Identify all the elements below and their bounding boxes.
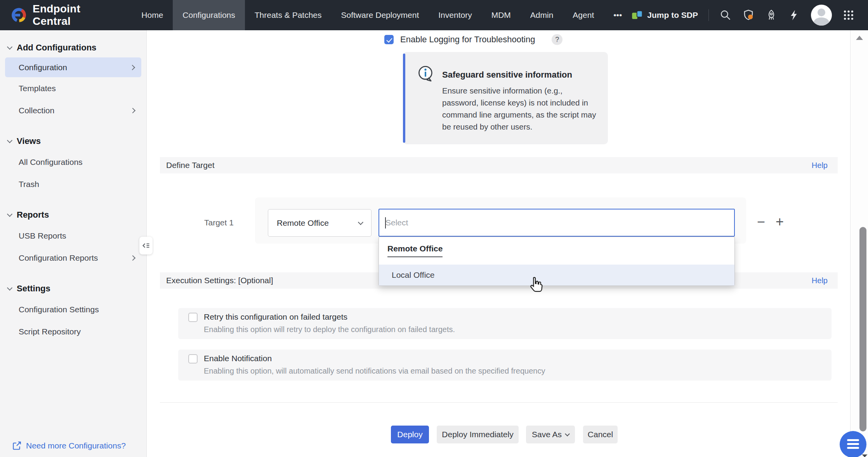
jump-to-sdp-link[interactable]: Jump to SDP [632, 9, 698, 21]
target-select-input[interactable] [379, 209, 734, 236]
nav-divider [708, 9, 709, 21]
sidebar-item-label: Configuration [19, 63, 67, 72]
sidebar-item-label: USB Reports [19, 231, 66, 241]
sidebar-header-label: Reports [17, 210, 49, 220]
chevron-down-icon [358, 219, 363, 225]
enable-logging-checkbox[interactable] [384, 35, 394, 44]
save-as-label: Save As [532, 430, 562, 439]
sidebar-item-configuration[interactable]: Configuration [5, 57, 141, 77]
getting-started-rocket-icon[interactable] [765, 9, 778, 21]
sidebar-item-collection[interactable]: Collection [0, 99, 146, 121]
chevron-down-icon [7, 285, 12, 291]
chevron-down-icon [7, 138, 12, 143]
target-type-dropdown[interactable]: Remote Office [268, 209, 372, 237]
retry-checkbox[interactable] [188, 313, 198, 322]
chevron-right-icon [130, 107, 135, 113]
logging-help-icon[interactable]: ? [552, 34, 562, 45]
security-shield-icon[interactable] [742, 9, 755, 21]
sidebar-item-all-configurations[interactable]: All Configurations [0, 151, 146, 173]
sidebar-section-settings: Settings Configuration Settings Script R… [0, 279, 146, 343]
scroll-up-arrow[interactable] [856, 36, 863, 40]
nav-item-home[interactable]: Home [132, 0, 173, 30]
sidebar-item-label: Configuration Settings [19, 305, 99, 314]
nav-item-admin[interactable]: Admin [521, 0, 563, 30]
notification-option-description: Enabling this option, will automatically… [204, 367, 545, 376]
enable-logging-label: Enable Logging for Troubleshooting [400, 35, 535, 45]
text-caret [385, 217, 386, 228]
target-type-value: Remote Office [277, 218, 329, 228]
sidebar-item-configuration-settings[interactable]: Configuration Settings [0, 298, 146, 320]
nav-menu: Home Configurations Threats & Patches So… [132, 0, 632, 30]
retry-option-title: Retry this configuration on failed targe… [204, 312, 347, 322]
cancel-button[interactable]: Cancel [583, 426, 618, 443]
sdp-icon [632, 9, 643, 21]
scrollbar-thumb[interactable] [859, 227, 866, 431]
brand-logo[interactable]: Endpoint Central [0, 3, 115, 28]
apps-grid-icon[interactable] [842, 9, 855, 21]
dropdown-option-remote-office[interactable]: Remote Office [387, 244, 443, 257]
sidebar-section-views: Views All Configurations Trash [0, 132, 146, 195]
nav-item-software-deployment[interactable]: Software Deployment [332, 0, 429, 30]
sidebar-item-label: Collection [19, 106, 54, 115]
retry-option-card: Retry this configuration on failed targe… [178, 308, 832, 339]
nav-item-threats-patches[interactable]: Threats & Patches [245, 0, 332, 30]
chevron-down-icon [565, 431, 570, 436]
sidebar-item-label: Templates [19, 84, 56, 93]
sidebar: Add Configurations Configuration Templat… [0, 30, 147, 457]
info-bubble-icon [417, 65, 434, 83]
save-as-button[interactable]: Save As [526, 426, 575, 443]
notification-checkbox[interactable] [188, 354, 198, 364]
sidebar-header-label: Add Configurations [17, 43, 96, 53]
sidebar-item-label: Configuration Reports [19, 253, 98, 263]
sidebar-item-templates[interactable]: Templates [0, 77, 146, 99]
notification-option-title: Enable Notification [204, 354, 272, 363]
sidebar-item-label: Script Repository [19, 327, 81, 336]
target-select-combobox [378, 209, 735, 237]
remove-target-button[interactable]: − [757, 214, 765, 230]
execution-settings-help-link[interactable]: Help [812, 276, 828, 285]
retry-option-description: Enabling this option will retry to deplo… [204, 325, 455, 334]
sidebar-header-add-configurations[interactable]: Add Configurations [0, 38, 146, 57]
sidebar-header-settings[interactable]: Settings [0, 279, 146, 298]
define-target-help-link[interactable]: Help [812, 161, 828, 170]
execution-settings-title: Execution Settings: [Optional] [160, 276, 273, 285]
nav-item-more-overflow[interactable]: ••• [604, 0, 632, 30]
dropdown-option-local-office[interactable]: Local Office [379, 265, 734, 286]
sidebar-item-configuration-reports[interactable]: Configuration Reports [0, 247, 146, 269]
sidebar-item-script-repository[interactable]: Script Repository [0, 320, 146, 343]
search-icon[interactable] [719, 9, 732, 21]
footer-divider [160, 402, 838, 403]
nav-right-tools: Jump to SDP [632, 5, 868, 26]
define-target-title: Define Target [160, 161, 215, 170]
chevron-down-icon [7, 211, 12, 217]
nav-item-mdm[interactable]: MDM [482, 0, 521, 30]
hamburger-icon [847, 443, 859, 445]
sidebar-header-reports[interactable]: Reports [0, 205, 146, 225]
hamburger-icon [847, 447, 859, 449]
page: Endpoint Central Home Configurations Thr… [0, 0, 868, 457]
sidebar-header-views[interactable]: Views [0, 132, 146, 151]
endpoint-central-logo-icon [11, 7, 27, 24]
sidebar-item-usb-reports[interactable]: USB Reports [0, 225, 146, 247]
user-avatar[interactable] [811, 5, 832, 26]
need-more-configurations-link[interactable]: Need more Configurations? [12, 441, 126, 451]
info-card-body: Ensure sensitive information (e.g., pass… [442, 85, 599, 133]
target-select-dropdown-panel: Remote Office Local Office [378, 237, 735, 286]
sidebar-collapse-toggle[interactable] [139, 237, 153, 254]
nav-item-configurations[interactable]: Configurations [173, 0, 245, 30]
deploy-button[interactable]: Deploy [391, 426, 429, 443]
add-target-button[interactable]: + [776, 214, 784, 230]
deploy-immediately-button[interactable]: Deploy Immediately [437, 426, 519, 443]
sidebar-header-label: Settings [17, 284, 50, 294]
sidebar-item-trash[interactable]: Trash [0, 173, 146, 195]
nav-item-agent[interactable]: Agent [563, 0, 604, 30]
notification-option-card: Enable Notification Enabling this option… [178, 350, 832, 381]
sidebar-item-label: Trash [19, 180, 39, 189]
target-1-label: Target 1 [204, 218, 234, 227]
define-target-section-header: Define Target Help [160, 157, 838, 173]
nav-item-inventory[interactable]: Inventory [429, 0, 481, 30]
floating-menu-button[interactable] [840, 431, 866, 457]
quick-actions-bolt-icon[interactable] [788, 9, 800, 21]
chevron-right-icon [130, 64, 135, 70]
avatar-shoulders [814, 17, 829, 26]
